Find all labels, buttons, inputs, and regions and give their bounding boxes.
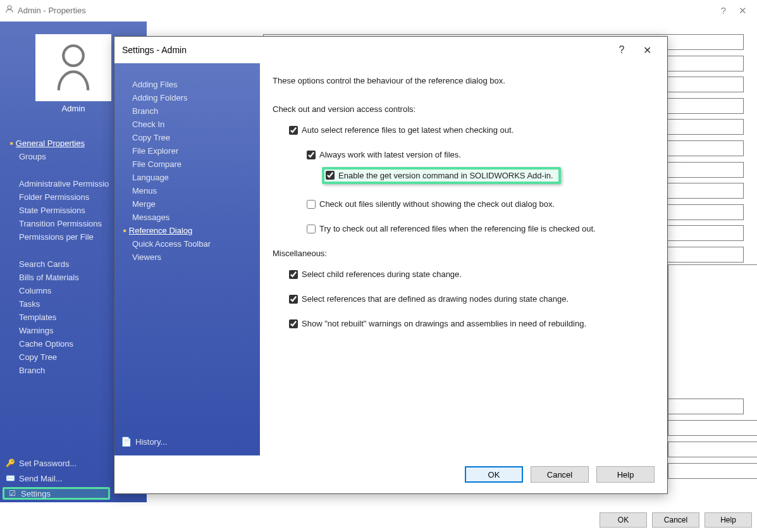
parent-title: Admin - Properties bbox=[18, 0, 86, 22]
parent-close-button[interactable]: ✕ bbox=[733, 0, 752, 22]
nav-adding-files[interactable]: Adding Files bbox=[132, 80, 260, 89]
nav-file-explorer[interactable]: File Explorer bbox=[132, 146, 260, 156]
nav-check-in[interactable]: Check In bbox=[132, 120, 260, 129]
nav-viewers[interactable]: Viewers bbox=[132, 252, 260, 262]
parent-ok-button[interactable]: OK bbox=[600, 512, 647, 528]
send-mail-link[interactable]: ✉️Send Mail... bbox=[3, 472, 110, 485]
cb-enable-get-version[interactable] bbox=[326, 171, 335, 180]
svg-point-1 bbox=[63, 46, 83, 66]
nav-branch[interactable]: Branch bbox=[132, 106, 260, 116]
settings-icon: ☑ bbox=[7, 489, 17, 498]
history-icon: 📄 bbox=[121, 436, 132, 447]
cb-drawing-nodes-state-change[interactable] bbox=[289, 295, 298, 304]
dialog-footer: OK Cancel Help bbox=[114, 455, 667, 493]
svg-point-0 bbox=[8, 6, 11, 9]
dialog-title: Settings - Admin bbox=[122, 45, 187, 55]
cb-latest-version[interactable] bbox=[307, 151, 316, 159]
avatar bbox=[35, 34, 111, 101]
cb-auto-select-refs[interactable] bbox=[289, 126, 298, 135]
key-icon: 🔑 bbox=[5, 459, 15, 467]
dialog-cancel-button[interactable]: Cancel bbox=[531, 466, 589, 483]
mail-icon: ✉️ bbox=[5, 474, 15, 483]
dialog-help2-button[interactable]: Help bbox=[596, 466, 655, 483]
dialog-ok-button[interactable]: OK bbox=[465, 466, 523, 483]
nav-adding-folders[interactable]: Adding Folders bbox=[132, 93, 260, 102]
content-description: These options control the behaviour of t… bbox=[273, 76, 655, 85]
user-icon bbox=[5, 0, 14, 22]
cb-checkout-silently[interactable] bbox=[307, 200, 316, 209]
admin-properties-window: Admin - Properties ? ✕ Admin ■General Pr… bbox=[0, 0, 757, 532]
parent-cancel-button[interactable]: Cancel bbox=[652, 512, 699, 528]
nav-messages[interactable]: Messages bbox=[132, 213, 260, 222]
dialog-content: These options control the behaviour of t… bbox=[260, 63, 667, 455]
dialog-help-button[interactable]: ? bbox=[609, 44, 634, 56]
parent-help-button[interactable]: Help bbox=[705, 512, 752, 528]
parent-footer: OK Cancel Help bbox=[0, 508, 757, 532]
nav-merge[interactable]: Merge bbox=[132, 199, 260, 209]
dialog-nav: Adding Files Adding Folders Branch Check… bbox=[114, 63, 260, 455]
settings-link[interactable]: ☑Settings bbox=[3, 487, 110, 500]
nav-menus[interactable]: Menus bbox=[132, 186, 260, 195]
nav-reference-dialog[interactable]: ■Reference Dialog bbox=[132, 226, 260, 235]
input-row[interactable] bbox=[668, 399, 744, 414]
nav-copy-tree[interactable]: Copy Tree bbox=[132, 133, 260, 142]
cb-checkout-all-refs[interactable] bbox=[307, 225, 316, 233]
cb-child-refs-state-change[interactable] bbox=[289, 270, 298, 279]
settings-dialog: Settings - Admin ? ✕ Adding Files Adding… bbox=[114, 36, 668, 494]
history-link[interactable]: 📄History... bbox=[121, 436, 167, 447]
section-checkout: Check out and version access controls: bbox=[273, 104, 655, 114]
input-row[interactable] bbox=[668, 442, 757, 457]
cb-not-rebuilt-warnings[interactable] bbox=[289, 319, 298, 328]
nav-language[interactable]: Language bbox=[132, 173, 260, 182]
nav-file-compare[interactable]: File Compare bbox=[132, 159, 260, 169]
parent-titlebar: Admin - Properties ? ✕ bbox=[0, 0, 757, 22]
dialog-close-button[interactable]: ✕ bbox=[634, 44, 660, 56]
parent-help-button[interactable]: ? bbox=[714, 0, 733, 22]
set-password-link[interactable]: 🔑Set Password... bbox=[3, 457, 110, 469]
input-row[interactable] bbox=[668, 463, 757, 479]
input-row[interactable] bbox=[668, 420, 757, 436]
section-misc: Miscellaneous: bbox=[273, 249, 655, 258]
nav-quick-access-toolbar[interactable]: Quick Access Toolbar bbox=[132, 239, 260, 249]
dialog-titlebar: Settings - Admin ? ✕ bbox=[114, 37, 667, 63]
